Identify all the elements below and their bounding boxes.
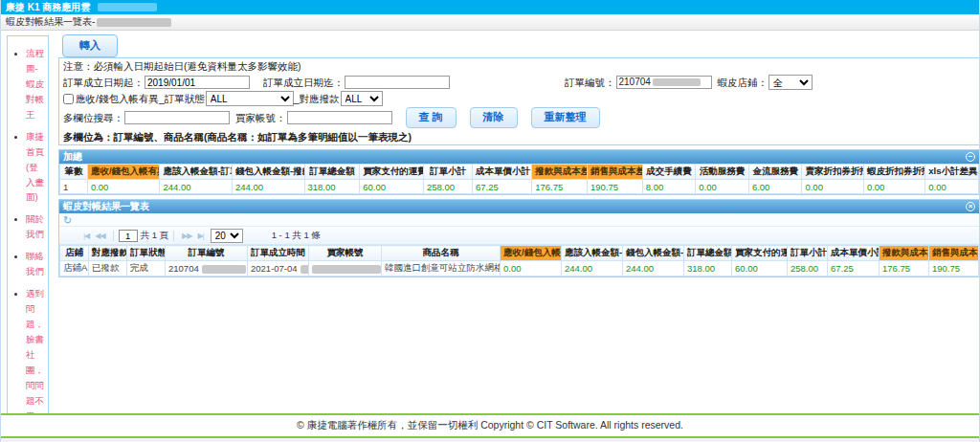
close-icon[interactable]: × — [966, 202, 975, 211]
query-form-panel: 注意：必須輸入日期起始日(避免資料量太多影響效能) 訂單成立日期起： 訂單成立日… — [58, 57, 979, 145]
shop-select[interactable]: 全 — [768, 75, 813, 90]
page-title-bar: 蝦皮對帳結果一覽表- — [1, 14, 979, 31]
list-item: 關於我們 — [26, 211, 44, 242]
column-header[interactable]: 訂單總金額 — [684, 246, 732, 261]
next-page-icon[interactable]: ▶▶ — [182, 232, 191, 240]
column-header[interactable]: 對應撥款 — [89, 246, 127, 261]
column-header[interactable]: 成本單價小計 — [828, 246, 880, 261]
list-item: 流程圖-蝦皮對帳王 — [26, 46, 44, 122]
payout-select[interactable]: ALL — [341, 91, 383, 106]
prev-page-icon[interactable]: ◀◀ — [95, 232, 104, 240]
table-cell: 1 — [60, 180, 88, 194]
bottom-strip — [1, 438, 979, 442]
payout-label: _對應撥款 — [294, 91, 340, 106]
table-cell: 244.00 — [623, 261, 684, 276]
column-header: 成交手續費 — [642, 165, 696, 180]
page-number-input[interactable] — [119, 230, 138, 242]
date-from-input[interactable] — [147, 77, 247, 88]
table-cell: 0.00 — [87, 180, 160, 194]
import-button[interactable]: 轉入 — [62, 34, 118, 57]
column-header[interactable]: 買家支付的運費 — [732, 246, 788, 261]
results-panel: 蝦皮對帳結果一覽表 × ↻ |◀ ◀◀ 共 1 頁 ▶▶ ▶| 20 — [58, 199, 979, 277]
page-size-select[interactable]: 20 — [211, 229, 243, 243]
collapse-icon[interactable]: − — [966, 152, 975, 162]
order-no-value: 210704 — [619, 75, 651, 90]
results-panel-title: 蝦皮對帳結果一覽表 — [63, 200, 149, 213]
redacted-text — [202, 265, 246, 274]
search-button[interactable]: 查 詢 — [406, 107, 457, 128]
table-cell: 318.00 — [304, 180, 360, 194]
column-header[interactable]: 店鋪 — [60, 246, 89, 261]
column-header[interactable]: 應收/錢包入帳有異 — [501, 246, 562, 261]
column-header: 買家支付的運費 — [360, 165, 424, 180]
table-cell: 258.00 — [788, 261, 828, 276]
list-item: 聯絡我們 — [26, 249, 44, 279]
search-hint: 多欄位為：訂單編號、商品名稱(商品名稱：如訂單為多筆明細值以一筆表現之) — [63, 129, 975, 144]
column-header: 銷售與成本差 — [588, 165, 643, 180]
sidebar-item-contact[interactable]: 聯絡我們 — [26, 251, 44, 276]
table-cell: 0.00 — [802, 180, 863, 194]
last-page-icon[interactable]: ▶| — [197, 232, 203, 240]
column-header[interactable]: 商品名稱 — [382, 246, 501, 261]
order-no-label: 訂單編號： — [565, 75, 615, 90]
clear-button[interactable]: 清除 — [470, 107, 518, 128]
reload-button[interactable]: 重新整理 — [531, 107, 600, 128]
table-cell: 244.00 — [562, 261, 623, 276]
refresh-icon[interactable]: ↻ — [63, 215, 72, 225]
column-header: 蝦皮折扣券折抵 — [863, 165, 924, 180]
column-header[interactable]: 訂單編號 — [166, 246, 248, 261]
sidebar-item-flowchart[interactable]: 流程圖-蝦皮對帳王 — [26, 48, 44, 120]
date-to-label: 訂單成立日期迄： — [263, 75, 344, 90]
date-to-input[interactable] — [347, 77, 447, 88]
sidebar-item-facebook-help[interactable]: 遇到問題，臉書社團，問問題不用錢!!! — [26, 288, 44, 413]
column-header[interactable]: 訂單小計 — [788, 246, 828, 261]
record-range-label: 1 - 1 共 1 條 — [272, 230, 321, 242]
table-cell: 0.00 — [501, 261, 562, 276]
column-header: 訂單小計 — [423, 165, 472, 180]
column-header: 撥款與成本差 — [532, 165, 588, 180]
column-header[interactable]: 訂單狀態 — [127, 246, 166, 261]
sidebar-item-about[interactable]: 關於我們 — [26, 213, 44, 239]
order-status-select[interactable]: ALL — [206, 91, 294, 106]
order-no-input[interactable]: 210704 — [616, 76, 712, 89]
table-cell: 67.25 — [828, 261, 880, 276]
table-cell: 318.00 — [684, 261, 732, 276]
diff-checkbox[interactable] — [63, 94, 74, 104]
column-header[interactable]: 訂單成立時間 — [248, 246, 309, 261]
table-cell: 已撥款 — [89, 261, 127, 276]
column-header: 應該入帳金額-訂單 — [160, 165, 233, 180]
table-cell: 190.75 — [588, 180, 643, 194]
shop-label: 蝦皮店鋪： — [718, 75, 768, 90]
first-page-icon[interactable]: |◀ — [83, 232, 89, 240]
table-cell: 6.00 — [748, 180, 802, 194]
table-cell: 67.25 — [473, 180, 532, 194]
column-header: 訂單總金額 — [304, 165, 360, 180]
buyer-input[interactable] — [290, 113, 390, 123]
column-header[interactable]: 錢包入帳金額-撥款 — [623, 246, 684, 261]
column-header[interactable]: 應該入帳金額-訂單 — [562, 246, 623, 261]
column-header[interactable]: 撥款與成本差 — [880, 246, 929, 261]
list-item: 康捷首頁(登入畫面) — [26, 129, 44, 206]
search-row: 多欄位搜尋： 買家帳號： 查 詢 清除 重新整理 — [63, 107, 975, 128]
total-pages-label: 共 1 頁 — [141, 230, 169, 242]
list-item: 遇到問題，臉書社團，問問題不用錢!!! — [26, 286, 44, 413]
status-filter-row: 應收/錢包入帳有異_訂單狀態 ALL _對應撥款 ALL — [63, 91, 975, 106]
column-header: 活動服務費 — [696, 165, 749, 180]
date-from-label: 訂單成立日期起： — [63, 75, 144, 90]
table-row[interactable]: 10.00244.00244.00318.0060.00258.0067.251… — [60, 180, 979, 194]
app-title-bar: 康捷 K1 商務應用雲 — [1, 0, 979, 14]
column-header[interactable]: 銷售與成本差 — [929, 246, 979, 261]
footer: © 康捷電腦著作權所有，並保留一切權利 Copyright © CIT Soft… — [1, 413, 979, 438]
table-row[interactable]: 店鋪A已撥款完成2107042021-07-04韓國進口創意可站立防水網格牙具洗… — [60, 261, 979, 276]
summary-table: 筆數應收/錢包入帳有異應該入帳金額-訂單錢包入帳金額-撥款訂單總金額買家支付的運… — [59, 164, 979, 194]
column-header[interactable]: 買家帳號 — [309, 246, 382, 261]
table-cell: 0.00 — [696, 180, 749, 194]
multi-search-input[interactable] — [127, 113, 227, 123]
app-window: 康捷 K1 商務應用雲 蝦皮對帳結果一覽表- 流程圖-蝦皮對帳王 康捷首頁(登入… — [0, 0, 980, 442]
main-area: 轉入 注意：必須輸入日期起始日(避免資料量太多影響效能) 訂單成立日期起： 訂單… — [58, 31, 979, 277]
table-cell: 176.75 — [532, 180, 588, 194]
sidebar-item-home[interactable]: 康捷首頁(登入畫面) — [26, 131, 44, 203]
results-table: 店鋪對應撥款訂單狀態訂單編號訂單成立時間買家帳號商品名稱應收/錢包入帳有異應該入… — [59, 245, 979, 276]
buyer-label: 買家帳號： — [235, 110, 286, 125]
page-title: 蝦皮對帳結果一覽表- — [6, 15, 95, 29]
